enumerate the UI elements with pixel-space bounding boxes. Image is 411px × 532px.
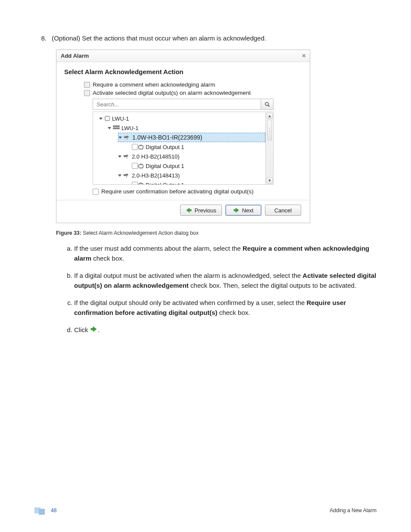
svg-rect-7 <box>139 146 143 149</box>
tree-output-3[interactable]: Digital Output 1 <box>93 180 265 184</box>
svg-point-0 <box>265 102 268 105</box>
caret-icon <box>108 127 111 129</box>
step-8-line: 8. (Optional) Set the actions that must … <box>50 34 377 42</box>
next-inline-icon <box>90 326 98 336</box>
caret-icon <box>118 156 121 158</box>
dialog-title-text: Add Alarm <box>61 50 89 62</box>
svg-rect-2 <box>105 116 109 121</box>
arrow-right-icon <box>234 207 240 213</box>
checkbox-icon <box>84 82 90 88</box>
dialog-heading: Select Alarm Acknowledgement Action <box>64 68 302 75</box>
figure-caption: Figure 33: Select Alarm Acknowledgement … <box>56 230 377 236</box>
checkbox-activate-outputs-label: Activate selected digital output(s) on a… <box>93 90 251 96</box>
checkbox-icon <box>132 163 138 169</box>
footer-section-title: Adding a New Alarm <box>330 507 377 513</box>
substep-b-text-1: If a digital output must be activated wh… <box>74 272 302 279</box>
checkbox-icon <box>132 182 138 184</box>
svg-marker-5 <box>124 136 129 138</box>
checkbox-activate-outputs[interactable]: Activate selected digital output(s) on a… <box>84 90 302 96</box>
close-icon[interactable]: ✕ <box>302 50 306 62</box>
caret-icon <box>118 174 121 177</box>
scroll-up-icon[interactable]: ▲ <box>267 113 273 119</box>
substep-b: If a digital output must be activated wh… <box>74 271 377 290</box>
site-icon <box>104 115 110 121</box>
dialog-button-row: Previous Next Cancel <box>64 205 302 218</box>
scroll-thumb[interactable] <box>267 120 272 140</box>
page-number: 48 <box>51 507 56 513</box>
output-icon <box>138 163 144 169</box>
substep-d-text-2: . <box>98 326 100 333</box>
camera-icon <box>124 135 131 140</box>
svg-marker-16 <box>91 327 97 332</box>
page-footer: 48 Adding a New Alarm <box>34 506 377 515</box>
cancel-button[interactable]: Cancel <box>265 205 301 216</box>
tree-camera-1[interactable]: 1.0W-H3-BO1-IR(223699) <box>118 133 265 142</box>
footer-logo-icon <box>34 506 45 515</box>
dialog-titlebar: Add Alarm ✕ <box>56 50 310 62</box>
output-icon <box>138 182 144 184</box>
tree-output-3-label: Digital Output 1 <box>146 182 184 185</box>
caret-icon <box>99 118 103 120</box>
tree-server[interactable]: LWU-1 <box>93 123 265 133</box>
substep-a-text-1: If the user must add comments about the … <box>74 245 243 252</box>
tree-camera-2[interactable]: 2.0 H3-B2(148510) <box>93 152 265 161</box>
tree-server-label: LWU-1 <box>121 125 138 131</box>
svg-rect-10 <box>139 165 143 168</box>
checkbox-require-comment[interactable]: Require a comment when acknowledging ala… <box>84 81 302 88</box>
dialog-figure: Add Alarm ✕ Select Alarm Acknowledgement… <box>56 50 377 223</box>
tree-root-label: LWU-1 <box>112 115 129 122</box>
checkbox-require-confirmation[interactable]: Require user confirmation before activat… <box>93 188 302 195</box>
substep-c-text-2: check box. <box>218 309 250 316</box>
substep-b-text-2: check box. Then, select the digital outp… <box>189 282 356 289</box>
cancel-button-label: Cancel <box>274 207 292 214</box>
previous-button[interactable]: Previous <box>180 205 222 216</box>
camera-icon <box>123 154 130 159</box>
search-row <box>93 99 274 110</box>
previous-button-label: Previous <box>194 207 216 214</box>
search-input[interactable] <box>93 99 261 110</box>
camera-icon <box>123 173 130 178</box>
tree-output-2[interactable]: Digital Output 1 <box>93 161 265 171</box>
figure-caption-lead: Figure 33: <box>56 230 81 236</box>
arrow-left-icon <box>186 207 192 213</box>
tree-output-2-label: Digital Output 1 <box>146 163 184 169</box>
substep-a-text-2: check box. <box>91 255 124 262</box>
tree-root[interactable]: LWU-1 <box>93 114 265 123</box>
tree-scrollbar[interactable]: ▲ ▼ <box>265 112 273 184</box>
checkbox-require-confirmation-label: Require user confirmation before activat… <box>101 188 253 195</box>
tree-output-1-label: Digital Output 1 <box>146 144 184 150</box>
caret-icon <box>118 137 122 139</box>
next-button-label: Next <box>242 207 254 214</box>
substep-d: Click . <box>74 325 377 335</box>
substep-a: If the user must add comments about the … <box>74 244 377 263</box>
svg-rect-4 <box>113 128 120 129</box>
checkbox-require-comment-label: Require a comment when acknowledging ala… <box>93 81 215 88</box>
svg-marker-11 <box>123 174 128 176</box>
substep-c-text-1: If the digital output should only be act… <box>74 299 307 306</box>
step-8-text: (Optional) Set the actions that must occ… <box>52 34 266 42</box>
figure-caption-text: Select Alarm Acknowledgement Action dial… <box>81 230 199 236</box>
tree-output-1[interactable]: Digital Output 1 <box>93 142 265 152</box>
step-8-number: 8. <box>36 34 47 42</box>
checkbox-icon <box>84 90 90 96</box>
svg-marker-15 <box>234 208 239 213</box>
search-icon <box>265 102 270 107</box>
dialog-separator <box>56 200 310 200</box>
tree-camera-1-label: 1.0W-H3-BO1-IR(223699) <box>132 134 202 141</box>
tree-camera-2-label: 2.0 H3-B2(148510) <box>132 153 180 160</box>
add-alarm-dialog: Add Alarm ✕ Select Alarm Acknowledgement… <box>56 50 310 223</box>
search-button[interactable] <box>261 99 274 110</box>
tree-camera-3[interactable]: 2.0-H3-B2(148413) <box>93 171 265 180</box>
scroll-down-icon[interactable]: ▼ <box>267 177 273 184</box>
output-icon <box>138 144 144 150</box>
next-button[interactable]: Next <box>225 205 262 216</box>
device-tree: LWU-1 LWU-1 1.0W-H3-BO1-IR(223699) <box>93 112 274 185</box>
checkbox-icon <box>93 189 99 195</box>
svg-rect-3 <box>113 125 120 127</box>
substeps-list: If the user must add comments about the … <box>57 244 377 335</box>
substep-d-text-1: Click <box>74 326 90 333</box>
svg-rect-13 <box>139 184 143 184</box>
checkbox-icon <box>132 144 138 150</box>
tree-camera-3-label: 2.0-H3-B2(148413) <box>132 172 180 179</box>
substep-c: If the digital output should only be act… <box>74 298 377 317</box>
